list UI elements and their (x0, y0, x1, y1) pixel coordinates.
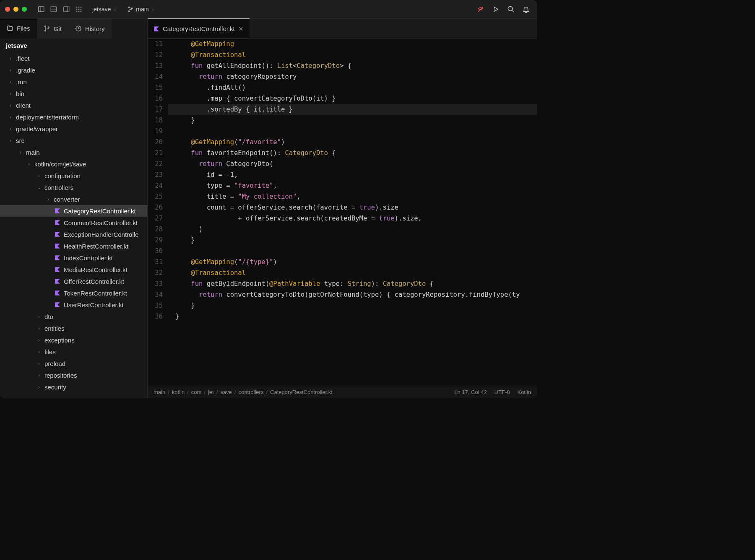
breadcrumb-segment[interactable]: controllers (238, 389, 263, 395)
code-line[interactable]: @GetMapping("/{type}") (168, 257, 537, 267)
minimize-window-button[interactable] (13, 7, 18, 12)
tree-item[interactable]: ›kotlin/com/jet/save (0, 158, 147, 170)
cursor-position[interactable]: Ln 17, Col 42 (454, 389, 487, 395)
code-line[interactable]: @GetMapping("/favorite") (168, 137, 537, 148)
tree-item[interactable]: ›bin (0, 88, 147, 99)
code-line[interactable] (168, 246, 537, 257)
tree-item[interactable]: ›dto (0, 311, 147, 322)
code-line[interactable]: @GetMapping (168, 39, 537, 49)
tree-item[interactable]: ›exceptions (0, 334, 147, 346)
code-line[interactable]: .map { convertCategoryToDto(it) } (168, 93, 537, 104)
chevron-icon: › (18, 150, 23, 155)
tree-item[interactable]: ›preload (0, 358, 147, 369)
code-editor[interactable]: 1112131415161718192021222324252627282930… (148, 39, 537, 386)
tree-item[interactable]: ›.gradle (0, 64, 147, 76)
tree-item[interactable]: ›security (0, 381, 147, 393)
code-line[interactable]: + offerService.search(createdByMe = true… (168, 213, 537, 224)
tree-item[interactable]: TokenRestController.kt (0, 287, 147, 299)
tree-item[interactable]: ExceptionHandlerControlle (0, 228, 147, 240)
code-line[interactable]: return CategoryDto( (168, 158, 537, 169)
tree-item[interactable]: CommentRestController.kt (0, 217, 147, 228)
maximize-window-button[interactable] (22, 7, 27, 12)
code-line[interactable]: fun getAllEndpoint(): List<CategoryDto> … (168, 60, 537, 71)
code-line[interactable]: } (168, 300, 537, 311)
tree-item-label: .run (16, 78, 27, 86)
tree-item[interactable]: ›.fleet (0, 52, 147, 64)
close-tab-icon[interactable]: ✕ (238, 25, 244, 33)
file-language[interactable]: Kotlin (517, 389, 531, 395)
kotlin-file-icon (54, 267, 61, 272)
breadcrumb-segment[interactable]: CategoryRestController.kt (270, 389, 333, 395)
code-line[interactable]: @Transactional (168, 49, 537, 60)
tree-item[interactable]: ›gradle/wrapper (0, 123, 147, 135)
file-encoding[interactable]: UTF-8 (495, 389, 510, 395)
code-line[interactable]: title = "My collection", (168, 191, 537, 202)
code-line[interactable]: ) (168, 224, 537, 235)
tree-item[interactable]: ›.run (0, 76, 147, 88)
tree-item[interactable]: ›converter (0, 193, 147, 205)
tree-item[interactable]: ›client (0, 99, 147, 111)
code-line[interactable]: } (168, 115, 537, 126)
tree-item[interactable]: ›entities (0, 322, 147, 334)
breadcrumb-segment[interactable]: kotlin (172, 389, 185, 395)
tree-item[interactable]: UserRestController.kt (0, 299, 147, 311)
chevron-icon: › (26, 161, 32, 166)
chevron-icon: › (36, 361, 42, 366)
code-line[interactable]: fun getByIdEndpoint(@PathVariable type: … (168, 278, 537, 289)
tree-item[interactable]: ›repositories (0, 369, 147, 381)
breadcrumb-segment[interactable]: main (154, 389, 165, 395)
tree-item[interactable]: HealthRestController.kt (0, 240, 147, 252)
code-line[interactable]: .sortedBy { it.title } (168, 104, 537, 115)
code-line[interactable]: } (168, 311, 537, 322)
code-line[interactable]: } (168, 235, 537, 246)
close-window-button[interactable] (5, 7, 10, 12)
tree-item[interactable]: ›configuration (0, 170, 147, 181)
tree-item[interactable]: IndexController.kt (0, 252, 147, 264)
tree-item[interactable]: MediaRestController.kt (0, 264, 147, 275)
connection-status-icon[interactable] (475, 3, 487, 15)
code-line[interactable]: .findAll() (168, 82, 537, 93)
editor-tabs: CategoryRestController.kt ✕ (148, 18, 537, 39)
breadcrumb-segment[interactable]: save (220, 389, 232, 395)
tree-item[interactable]: OfferRestController.kt (0, 275, 147, 287)
tab-history[interactable]: History (68, 18, 112, 39)
breadcrumb-segment[interactable]: com (191, 389, 202, 395)
tree-item[interactable]: ›deployments/terraform (0, 111, 147, 123)
svg-point-17 (132, 8, 133, 8)
svg-point-15 (129, 7, 130, 8)
tree-item[interactable]: ›files (0, 346, 147, 358)
code-line[interactable]: id = -1, (168, 169, 537, 180)
code-line[interactable]: @Transactional (168, 267, 537, 278)
tab-files[interactable]: Files (0, 18, 37, 39)
tree-item[interactable]: ›src (0, 135, 147, 146)
breadcrumb[interactable]: main/kotlin/com/jet/save/controllers/Cat… (154, 389, 451, 395)
tree-item[interactable]: ⌄controllers (0, 181, 147, 193)
code-line[interactable]: count = offerService.search(favorite = t… (168, 202, 537, 213)
breadcrumb-segment[interactable]: jet (208, 389, 214, 395)
search-icon[interactable] (505, 3, 517, 15)
chevron-down-icon: ⌄ (151, 7, 155, 11)
tree-item-label: client (16, 102, 31, 109)
panel-bottom-icon[interactable] (48, 3, 60, 15)
folder-icon (7, 25, 13, 31)
panel-right-icon[interactable] (60, 3, 72, 15)
notifications-icon[interactable] (520, 3, 532, 15)
project-selector[interactable]: jetsave ⌄ (89, 6, 120, 13)
code-line[interactable]: type = "favorite", (168, 180, 537, 191)
project-root[interactable]: jetsave (0, 39, 147, 52)
code-line[interactable]: return categoryRepository (168, 71, 537, 82)
run-icon[interactable] (490, 3, 502, 15)
code-line[interactable]: fun favoriteEndpoint(): CategoryDto { (168, 148, 537, 158)
panel-left-icon[interactable] (35, 3, 47, 15)
tree-item-label: deployments/terraform (16, 114, 79, 121)
tab-git[interactable]: Git (37, 18, 68, 39)
grid-icon[interactable] (73, 3, 85, 15)
branch-selector[interactable]: main ⌄ (124, 6, 158, 13)
code-line[interactable] (168, 126, 537, 137)
chevron-icon: › (45, 197, 51, 202)
editor-tab[interactable]: CategoryRestController.kt ✕ (148, 18, 250, 38)
tree-item[interactable]: ›main (0, 146, 147, 158)
code-line[interactable]: return convertCategoryToDto(getOrNotFoun… (168, 289, 537, 300)
svg-point-10 (78, 8, 80, 10)
tree-item[interactable]: CategoryRestController.kt (0, 205, 147, 217)
